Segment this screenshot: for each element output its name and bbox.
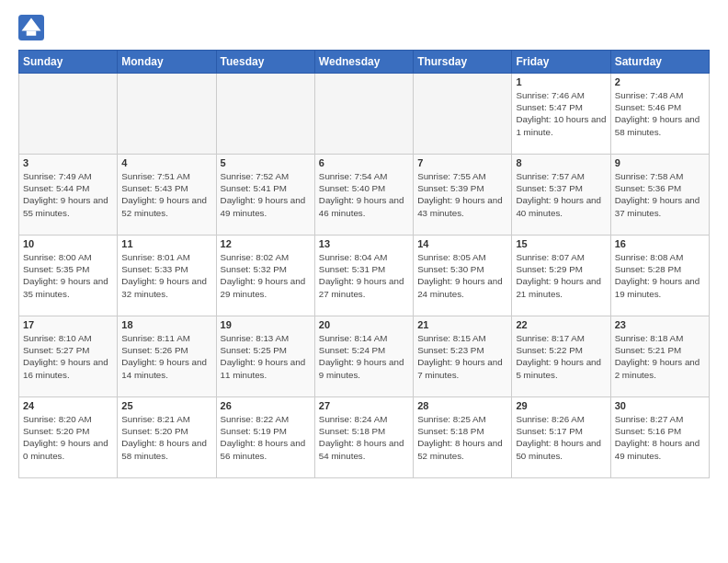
day-number: 1	[516, 76, 606, 87]
calendar-cell: 2Sunrise: 7:48 AM Sunset: 5:46 PM Daylig…	[610, 74, 709, 155]
weekday-row: SundayMondayTuesdayWednesdayThursdayFrid…	[19, 51, 710, 74]
calendar-cell: 3Sunrise: 7:49 AM Sunset: 5:44 PM Daylig…	[19, 155, 118, 236]
day-info: Sunrise: 7:48 AM Sunset: 5:46 PM Dayligh…	[615, 89, 705, 138]
day-number: 17	[23, 319, 113, 330]
calendar-week: 10Sunrise: 8:00 AM Sunset: 5:35 PM Dayli…	[19, 236, 710, 316]
day-number: 13	[319, 238, 409, 249]
calendar-cell: 16Sunrise: 8:08 AM Sunset: 5:28 PM Dayli…	[610, 236, 709, 316]
calendar-cell: 7Sunrise: 7:55 AM Sunset: 5:39 PM Daylig…	[414, 155, 512, 236]
calendar-table: SundayMondayTuesdayWednesdayThursdayFrid…	[18, 50, 710, 478]
calendar-header: SundayMondayTuesdayWednesdayThursdayFrid…	[19, 51, 710, 74]
calendar-cell: 26Sunrise: 8:22 AM Sunset: 5:19 PM Dayli…	[216, 397, 314, 478]
day-info: Sunrise: 8:10 AM Sunset: 5:27 PM Dayligh…	[23, 332, 113, 381]
day-info: Sunrise: 8:26 AM Sunset: 5:17 PM Dayligh…	[516, 413, 606, 462]
day-number: 2	[615, 76, 705, 87]
day-number: 14	[417, 238, 507, 249]
calendar-cell: 23Sunrise: 8:18 AM Sunset: 5:21 PM Dayli…	[610, 316, 709, 397]
calendar-cell: 24Sunrise: 8:20 AM Sunset: 5:20 PM Dayli…	[19, 397, 118, 478]
day-info: Sunrise: 8:17 AM Sunset: 5:22 PM Dayligh…	[516, 332, 606, 381]
header	[18, 15, 710, 40]
calendar-cell: 8Sunrise: 7:57 AM Sunset: 5:37 PM Daylig…	[512, 155, 610, 236]
day-number: 20	[319, 319, 409, 330]
calendar-cell: 27Sunrise: 8:24 AM Sunset: 5:18 PM Dayli…	[314, 397, 413, 478]
day-number: 26	[221, 400, 311, 411]
day-info: Sunrise: 8:05 AM Sunset: 5:30 PM Dayligh…	[417, 251, 507, 300]
day-info: Sunrise: 8:01 AM Sunset: 5:33 PM Dayligh…	[121, 251, 211, 300]
weekday-header: Sunday	[19, 51, 118, 74]
day-number: 23	[615, 319, 705, 330]
day-number: 21	[417, 319, 507, 330]
day-info: Sunrise: 8:14 AM Sunset: 5:24 PM Dayligh…	[319, 332, 409, 381]
day-info: Sunrise: 7:58 AM Sunset: 5:36 PM Dayligh…	[615, 170, 705, 219]
day-info: Sunrise: 7:46 AM Sunset: 5:47 PM Dayligh…	[516, 89, 606, 138]
day-number: 6	[319, 157, 409, 168]
calendar-week: 17Sunrise: 8:10 AM Sunset: 5:27 PM Dayli…	[19, 316, 710, 397]
calendar-cell: 29Sunrise: 8:26 AM Sunset: 5:17 PM Dayli…	[512, 397, 610, 478]
day-info: Sunrise: 8:20 AM Sunset: 5:20 PM Dayligh…	[23, 413, 113, 462]
day-info: Sunrise: 7:57 AM Sunset: 5:37 PM Dayligh…	[516, 170, 606, 219]
day-info: Sunrise: 8:25 AM Sunset: 5:18 PM Dayligh…	[417, 413, 507, 462]
weekday-header: Wednesday	[314, 51, 413, 74]
day-info: Sunrise: 8:15 AM Sunset: 5:23 PM Dayligh…	[417, 332, 507, 381]
day-info: Sunrise: 8:04 AM Sunset: 5:31 PM Dayligh…	[319, 251, 409, 300]
weekday-header: Tuesday	[216, 51, 314, 74]
calendar-cell	[414, 74, 512, 155]
logo	[18, 15, 48, 40]
svg-rect-2	[27, 31, 37, 36]
day-info: Sunrise: 8:18 AM Sunset: 5:21 PM Dayligh…	[615, 332, 705, 381]
calendar-cell: 9Sunrise: 7:58 AM Sunset: 5:36 PM Daylig…	[610, 155, 709, 236]
day-number: 8	[516, 157, 606, 168]
day-info: Sunrise: 8:21 AM Sunset: 5:20 PM Dayligh…	[121, 413, 211, 462]
calendar-cell: 12Sunrise: 8:02 AM Sunset: 5:32 PM Dayli…	[216, 236, 314, 316]
day-number: 18	[121, 319, 211, 330]
day-info: Sunrise: 7:52 AM Sunset: 5:41 PM Dayligh…	[221, 170, 311, 219]
day-info: Sunrise: 7:54 AM Sunset: 5:40 PM Dayligh…	[319, 170, 409, 219]
calendar-cell: 11Sunrise: 8:01 AM Sunset: 5:33 PM Dayli…	[118, 236, 216, 316]
day-number: 22	[516, 319, 606, 330]
calendar-cell: 15Sunrise: 8:07 AM Sunset: 5:29 PM Dayli…	[512, 236, 610, 316]
day-number: 27	[319, 400, 409, 411]
calendar-cell: 22Sunrise: 8:17 AM Sunset: 5:22 PM Dayli…	[512, 316, 610, 397]
calendar-cell: 6Sunrise: 7:54 AM Sunset: 5:40 PM Daylig…	[314, 155, 413, 236]
calendar-week: 3Sunrise: 7:49 AM Sunset: 5:44 PM Daylig…	[19, 155, 710, 236]
day-number: 24	[23, 400, 113, 411]
day-number: 16	[615, 238, 705, 249]
calendar-cell: 10Sunrise: 8:00 AM Sunset: 5:35 PM Dayli…	[19, 236, 118, 316]
calendar-week: 1Sunrise: 7:46 AM Sunset: 5:47 PM Daylig…	[19, 74, 710, 155]
day-number: 5	[221, 157, 311, 168]
calendar-cell: 21Sunrise: 8:15 AM Sunset: 5:23 PM Dayli…	[414, 316, 512, 397]
calendar-body: 1Sunrise: 7:46 AM Sunset: 5:47 PM Daylig…	[19, 74, 710, 478]
weekday-header: Saturday	[610, 51, 709, 74]
day-info: Sunrise: 8:00 AM Sunset: 5:35 PM Dayligh…	[23, 251, 113, 300]
day-info: Sunrise: 8:07 AM Sunset: 5:29 PM Dayligh…	[516, 251, 606, 300]
day-info: Sunrise: 7:51 AM Sunset: 5:43 PM Dayligh…	[121, 170, 211, 219]
day-number: 7	[417, 157, 507, 168]
day-number: 25	[121, 400, 211, 411]
day-number: 4	[121, 157, 211, 168]
day-number: 19	[221, 319, 311, 330]
calendar-week: 24Sunrise: 8:20 AM Sunset: 5:20 PM Dayli…	[19, 397, 710, 478]
day-info: Sunrise: 8:11 AM Sunset: 5:26 PM Dayligh…	[121, 332, 211, 381]
day-number: 30	[615, 400, 705, 411]
day-info: Sunrise: 7:49 AM Sunset: 5:44 PM Dayligh…	[23, 170, 113, 219]
calendar-cell	[216, 74, 314, 155]
day-info: Sunrise: 8:27 AM Sunset: 5:16 PM Dayligh…	[615, 413, 705, 462]
calendar-cell	[19, 74, 118, 155]
calendar-cell: 20Sunrise: 8:14 AM Sunset: 5:24 PM Dayli…	[314, 316, 413, 397]
calendar-cell: 4Sunrise: 7:51 AM Sunset: 5:43 PM Daylig…	[118, 155, 216, 236]
day-number: 15	[516, 238, 606, 249]
calendar-cell: 14Sunrise: 8:05 AM Sunset: 5:30 PM Dayli…	[414, 236, 512, 316]
calendar-cell: 13Sunrise: 8:04 AM Sunset: 5:31 PM Dayli…	[314, 236, 413, 316]
logo-icon	[18, 15, 44, 40]
calendar-cell: 30Sunrise: 8:27 AM Sunset: 5:16 PM Dayli…	[610, 397, 709, 478]
calendar-cell: 17Sunrise: 8:10 AM Sunset: 5:27 PM Dayli…	[19, 316, 118, 397]
day-number: 11	[121, 238, 211, 249]
calendar-cell: 25Sunrise: 8:21 AM Sunset: 5:20 PM Dayli…	[118, 397, 216, 478]
day-info: Sunrise: 8:13 AM Sunset: 5:25 PM Dayligh…	[221, 332, 311, 381]
day-number: 10	[23, 238, 113, 249]
page: SundayMondayTuesdayWednesdayThursdayFrid…	[0, 0, 728, 563]
weekday-header: Thursday	[414, 51, 512, 74]
day-number: 12	[221, 238, 311, 249]
weekday-header: Monday	[118, 51, 216, 74]
calendar-cell: 19Sunrise: 8:13 AM Sunset: 5:25 PM Dayli…	[216, 316, 314, 397]
